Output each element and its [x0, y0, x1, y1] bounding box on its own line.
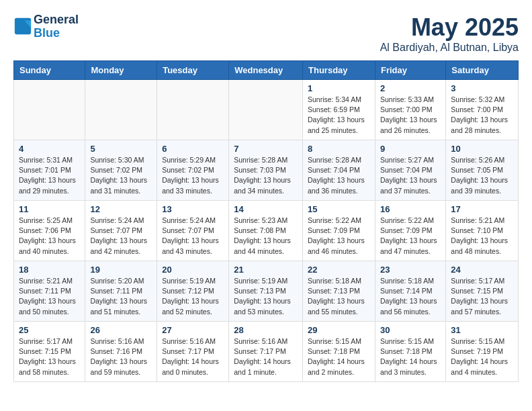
day-info: Sunrise: 5:15 AM Sunset: 7:19 PM Dayligh… [451, 336, 513, 377]
calendar-header-row: SundayMondayTuesdayWednesdayThursdayFrid… [14, 61, 519, 80]
day-of-week-header: Monday [85, 61, 157, 80]
day-number: 8 [308, 144, 370, 154]
day-info: Sunrise: 5:16 AM Sunset: 7:17 PM Dayligh… [162, 336, 224, 377]
calendar-day-cell: 9Sunrise: 5:27 AM Sunset: 7:04 PM Daylig… [375, 140, 445, 201]
day-number: 7 [234, 144, 298, 154]
day-info: Sunrise: 5:28 AM Sunset: 7:04 PM Dayligh… [308, 155, 370, 196]
calendar-day-cell: 1Sunrise: 5:34 AM Sunset: 6:59 PM Daylig… [303, 80, 375, 140]
day-number: 2 [380, 83, 441, 93]
calendar-day-cell: 27Sunrise: 5:16 AM Sunset: 7:17 PM Dayli… [157, 322, 229, 382]
calendar-day-cell: 8Sunrise: 5:28 AM Sunset: 7:04 PM Daylig… [303, 140, 375, 201]
day-number: 22 [308, 265, 370, 275]
logo: General Blue [13, 13, 79, 40]
day-number: 17 [451, 204, 513, 214]
day-info: Sunrise: 5:18 AM Sunset: 7:13 PM Dayligh… [308, 276, 370, 317]
day-info: Sunrise: 5:18 AM Sunset: 7:14 PM Dayligh… [380, 276, 441, 317]
day-info: Sunrise: 5:23 AM Sunset: 7:08 PM Dayligh… [234, 216, 298, 257]
day-info: Sunrise: 5:16 AM Sunset: 7:17 PM Dayligh… [234, 336, 298, 377]
day-number: 5 [90, 144, 152, 154]
title-block: May 2025 Al Bardiyah, Al Butnan, Libya [380, 13, 519, 54]
day-number: 9 [380, 144, 441, 154]
day-number: 31 [451, 325, 513, 335]
day-number: 1 [308, 83, 370, 93]
calendar-title: May 2025 [380, 13, 519, 42]
calendar-day-cell: 23Sunrise: 5:18 AM Sunset: 7:14 PM Dayli… [375, 261, 445, 322]
day-info: Sunrise: 5:32 AM Sunset: 7:00 PM Dayligh… [451, 95, 513, 136]
day-info: Sunrise: 5:27 AM Sunset: 7:04 PM Dayligh… [380, 155, 441, 196]
day-info: Sunrise: 5:17 AM Sunset: 7:15 PM Dayligh… [19, 336, 80, 377]
day-of-week-header: Sunday [14, 61, 85, 80]
day-info: Sunrise: 5:21 AM Sunset: 7:11 PM Dayligh… [19, 276, 80, 317]
day-info: Sunrise: 5:24 AM Sunset: 7:07 PM Dayligh… [90, 216, 152, 257]
day-number: 20 [162, 265, 224, 275]
day-of-week-header: Tuesday [157, 61, 229, 80]
day-number: 13 [162, 204, 224, 214]
day-info: Sunrise: 5:16 AM Sunset: 7:16 PM Dayligh… [90, 336, 152, 377]
calendar-day-cell: 10Sunrise: 5:26 AM Sunset: 7:05 PM Dayli… [446, 140, 519, 201]
calendar-day-cell [14, 80, 85, 140]
calendar-day-cell: 18Sunrise: 5:21 AM Sunset: 7:11 PM Dayli… [14, 261, 85, 322]
day-number: 3 [451, 83, 513, 93]
day-number: 21 [234, 265, 298, 275]
calendar-day-cell: 24Sunrise: 5:17 AM Sunset: 7:15 PM Dayli… [446, 261, 519, 322]
day-number: 29 [308, 325, 370, 335]
calendar-day-cell: 15Sunrise: 5:22 AM Sunset: 7:09 PM Dayli… [303, 201, 375, 261]
calendar-day-cell [157, 80, 229, 140]
calendar-table: SundayMondayTuesdayWednesdayThursdayFrid… [13, 60, 519, 382]
day-number: 10 [451, 144, 513, 154]
logo-text: General Blue [34, 13, 79, 40]
day-number: 23 [380, 265, 441, 275]
calendar-day-cell: 16Sunrise: 5:22 AM Sunset: 7:09 PM Dayli… [375, 201, 445, 261]
day-number: 28 [234, 325, 298, 335]
calendar-week-row: 18Sunrise: 5:21 AM Sunset: 7:11 PM Dayli… [14, 261, 519, 322]
day-number: 12 [90, 204, 152, 214]
day-info: Sunrise: 5:15 AM Sunset: 7:18 PM Dayligh… [308, 336, 370, 377]
calendar-day-cell: 26Sunrise: 5:16 AM Sunset: 7:16 PM Dayli… [85, 322, 157, 382]
calendar-day-cell: 13Sunrise: 5:24 AM Sunset: 7:07 PM Dayli… [157, 201, 229, 261]
day-of-week-header: Saturday [446, 61, 519, 80]
calendar-day-cell: 19Sunrise: 5:20 AM Sunset: 7:11 PM Dayli… [85, 261, 157, 322]
day-of-week-header: Wednesday [229, 61, 303, 80]
calendar-day-cell: 14Sunrise: 5:23 AM Sunset: 7:08 PM Dayli… [229, 201, 303, 261]
day-info: Sunrise: 5:28 AM Sunset: 7:03 PM Dayligh… [234, 155, 298, 196]
day-number: 6 [162, 144, 224, 154]
calendar-day-cell: 31Sunrise: 5:15 AM Sunset: 7:19 PM Dayli… [446, 322, 519, 382]
day-number: 4 [19, 144, 80, 154]
calendar-day-cell: 22Sunrise: 5:18 AM Sunset: 7:13 PM Dayli… [303, 261, 375, 322]
logo-line2: Blue [34, 27, 79, 40]
calendar-day-cell: 12Sunrise: 5:24 AM Sunset: 7:07 PM Dayli… [85, 201, 157, 261]
calendar-day-cell: 2Sunrise: 5:33 AM Sunset: 7:00 PM Daylig… [375, 80, 445, 140]
calendar-day-cell: 11Sunrise: 5:25 AM Sunset: 7:06 PM Dayli… [14, 201, 85, 261]
calendar-week-row: 11Sunrise: 5:25 AM Sunset: 7:06 PM Dayli… [14, 201, 519, 261]
day-number: 24 [451, 265, 513, 275]
day-number: 25 [19, 325, 80, 335]
day-info: Sunrise: 5:34 AM Sunset: 6:59 PM Dayligh… [308, 95, 370, 136]
day-info: Sunrise: 5:20 AM Sunset: 7:11 PM Dayligh… [90, 276, 152, 317]
day-number: 19 [90, 265, 152, 275]
calendar-week-row: 4Sunrise: 5:31 AM Sunset: 7:01 PM Daylig… [14, 140, 519, 201]
day-info: Sunrise: 5:29 AM Sunset: 7:02 PM Dayligh… [162, 155, 224, 196]
day-info: Sunrise: 5:22 AM Sunset: 7:09 PM Dayligh… [308, 216, 370, 257]
day-number: 27 [162, 325, 224, 335]
logo-icon [13, 17, 32, 36]
calendar-day-cell [229, 80, 303, 140]
day-number: 11 [19, 204, 80, 214]
day-number: 26 [90, 325, 152, 335]
calendar-day-cell: 5Sunrise: 5:30 AM Sunset: 7:02 PM Daylig… [85, 140, 157, 201]
calendar-day-cell: 25Sunrise: 5:17 AM Sunset: 7:15 PM Dayli… [14, 322, 85, 382]
day-info: Sunrise: 5:22 AM Sunset: 7:09 PM Dayligh… [380, 216, 441, 257]
calendar-day-cell: 30Sunrise: 5:15 AM Sunset: 7:18 PM Dayli… [375, 322, 445, 382]
day-info: Sunrise: 5:15 AM Sunset: 7:18 PM Dayligh… [380, 336, 441, 377]
day-of-week-header: Thursday [303, 61, 375, 80]
day-info: Sunrise: 5:31 AM Sunset: 7:01 PM Dayligh… [19, 155, 80, 196]
day-number: 14 [234, 204, 298, 214]
day-info: Sunrise: 5:19 AM Sunset: 7:13 PM Dayligh… [234, 276, 298, 317]
logo-line1: General [34, 13, 79, 27]
day-number: 18 [19, 265, 80, 275]
calendar-day-cell: 6Sunrise: 5:29 AM Sunset: 7:02 PM Daylig… [157, 140, 229, 201]
calendar-day-cell: 28Sunrise: 5:16 AM Sunset: 7:17 PM Dayli… [229, 322, 303, 382]
calendar-day-cell: 20Sunrise: 5:19 AM Sunset: 7:12 PM Dayli… [157, 261, 229, 322]
calendar-day-cell: 3Sunrise: 5:32 AM Sunset: 7:00 PM Daylig… [446, 80, 519, 140]
day-info: Sunrise: 5:17 AM Sunset: 7:15 PM Dayligh… [451, 276, 513, 317]
calendar-day-cell: 21Sunrise: 5:19 AM Sunset: 7:13 PM Dayli… [229, 261, 303, 322]
